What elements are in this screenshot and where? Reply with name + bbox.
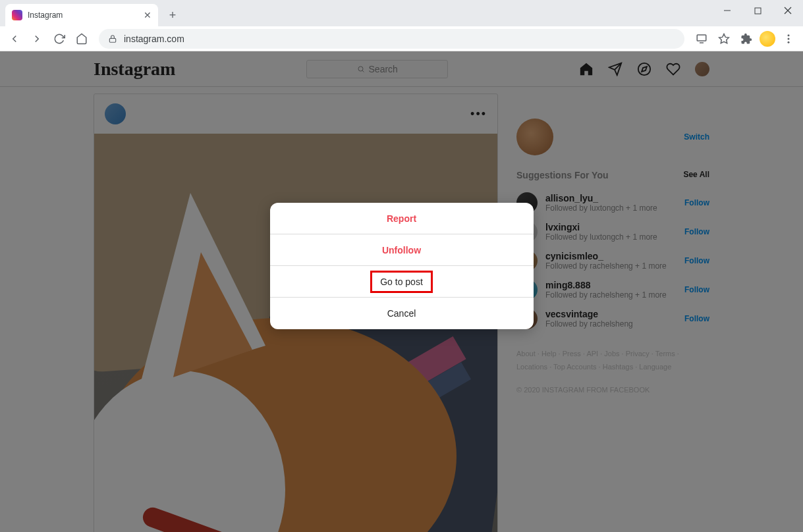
home-button[interactable] [72,30,91,48]
svg-point-8 [788,34,790,36]
close-tab-icon[interactable]: ✕ [144,10,152,20]
svg-rect-4 [109,38,115,42]
window-minimize-button[interactable] [712,0,742,21]
svg-marker-7 [719,34,729,43]
svg-rect-1 [755,8,761,14]
dialog-report-button[interactable]: Report [270,203,534,234]
browser-menu-icon[interactable] [779,30,798,48]
extensions-icon[interactable] [737,30,756,48]
instagram-favicon-icon [12,10,22,20]
window-close-button[interactable] [773,0,803,21]
forward-button[interactable] [28,30,46,48]
new-tab-button[interactable]: + [163,6,182,24]
tab-title: Instagram [28,11,138,20]
svg-point-10 [788,41,790,43]
dialog-cancel-button[interactable]: Cancel [270,298,534,329]
extension-avatar-icon[interactable] [760,31,775,47]
dialog-unfollow-button[interactable]: Unfollow [270,234,534,266]
desktop-icon[interactable] [692,30,711,48]
post-options-dialog: Report Unfollow Go to post Cancel [270,203,534,329]
svg-point-9 [788,38,790,40]
svg-rect-5 [697,35,706,41]
address-bar[interactable]: instagram.com [99,29,684,49]
back-button[interactable] [5,30,24,48]
lock-icon [108,34,117,43]
browser-tab-strip: Instagram ✕ + [0,0,803,26]
window-maximize-button[interactable] [742,0,773,21]
dialog-go-to-post-button[interactable]: Go to post [270,266,534,298]
reload-button[interactable] [50,30,69,48]
browser-tab[interactable]: Instagram ✕ [5,4,158,26]
bookmark-star-icon[interactable] [715,30,733,48]
url-text: instagram.com [124,34,184,44]
browser-toolbar: instagram.com [0,26,803,51]
